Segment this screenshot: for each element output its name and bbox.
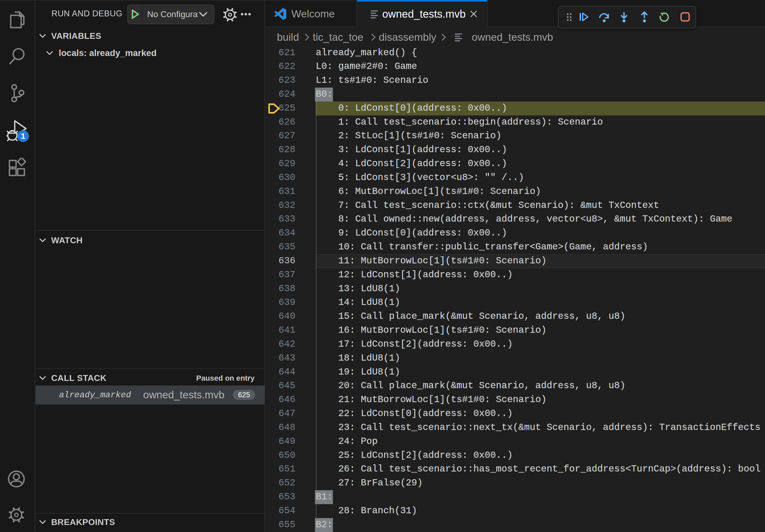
svg-text:1: 1 — [21, 132, 25, 140]
